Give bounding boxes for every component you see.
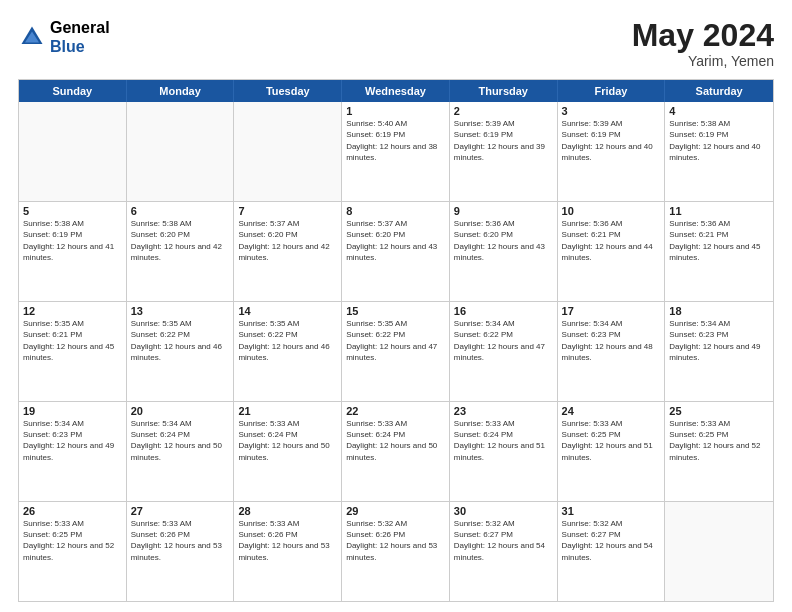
- day-number: 30: [454, 505, 553, 517]
- day-cell-22: 22Sunrise: 5:33 AM Sunset: 6:24 PM Dayli…: [342, 402, 450, 501]
- day-info: Sunrise: 5:38 AM Sunset: 6:19 PM Dayligh…: [669, 118, 769, 163]
- day-info: Sunrise: 5:35 AM Sunset: 6:22 PM Dayligh…: [238, 318, 337, 363]
- day-cell-11: 11Sunrise: 5:36 AM Sunset: 6:21 PM Dayli…: [665, 202, 773, 301]
- empty-cell: [665, 502, 773, 601]
- day-cell-23: 23Sunrise: 5:33 AM Sunset: 6:24 PM Dayli…: [450, 402, 558, 501]
- day-number: 5: [23, 205, 122, 217]
- day-number: 28: [238, 505, 337, 517]
- day-info: Sunrise: 5:33 AM Sunset: 6:25 PM Dayligh…: [562, 418, 661, 463]
- day-info: Sunrise: 5:36 AM Sunset: 6:21 PM Dayligh…: [669, 218, 769, 263]
- day-cell-29: 29Sunrise: 5:32 AM Sunset: 6:26 PM Dayli…: [342, 502, 450, 601]
- day-cell-18: 18Sunrise: 5:34 AM Sunset: 6:23 PM Dayli…: [665, 302, 773, 401]
- day-info: Sunrise: 5:34 AM Sunset: 6:23 PM Dayligh…: [562, 318, 661, 363]
- day-info: Sunrise: 5:36 AM Sunset: 6:20 PM Dayligh…: [454, 218, 553, 263]
- week-row-2: 5Sunrise: 5:38 AM Sunset: 6:19 PM Daylig…: [19, 202, 773, 302]
- week-row-3: 12Sunrise: 5:35 AM Sunset: 6:21 PM Dayli…: [19, 302, 773, 402]
- page: General Blue May 2024 Yarim, Yemen Sunda…: [0, 0, 792, 612]
- empty-cell: [19, 102, 127, 201]
- day-cell-19: 19Sunrise: 5:34 AM Sunset: 6:23 PM Dayli…: [19, 402, 127, 501]
- calendar-body: 1Sunrise: 5:40 AM Sunset: 6:19 PM Daylig…: [19, 102, 773, 601]
- day-cell-26: 26Sunrise: 5:33 AM Sunset: 6:25 PM Dayli…: [19, 502, 127, 601]
- day-cell-2: 2Sunrise: 5:39 AM Sunset: 6:19 PM Daylig…: [450, 102, 558, 201]
- day-info: Sunrise: 5:34 AM Sunset: 6:23 PM Dayligh…: [669, 318, 769, 363]
- day-number: 14: [238, 305, 337, 317]
- day-cell-20: 20Sunrise: 5:34 AM Sunset: 6:24 PM Dayli…: [127, 402, 235, 501]
- day-info: Sunrise: 5:33 AM Sunset: 6:26 PM Dayligh…: [238, 518, 337, 563]
- day-number: 1: [346, 105, 445, 117]
- week-row-5: 26Sunrise: 5:33 AM Sunset: 6:25 PM Dayli…: [19, 502, 773, 601]
- day-number: 8: [346, 205, 445, 217]
- day-number: 23: [454, 405, 553, 417]
- day-cell-6: 6Sunrise: 5:38 AM Sunset: 6:20 PM Daylig…: [127, 202, 235, 301]
- day-info: Sunrise: 5:33 AM Sunset: 6:24 PM Dayligh…: [454, 418, 553, 463]
- day-cell-4: 4Sunrise: 5:38 AM Sunset: 6:19 PM Daylig…: [665, 102, 773, 201]
- day-number: 21: [238, 405, 337, 417]
- day-info: Sunrise: 5:39 AM Sunset: 6:19 PM Dayligh…: [454, 118, 553, 163]
- logo-blue: Blue: [50, 37, 110, 56]
- day-number: 16: [454, 305, 553, 317]
- day-info: Sunrise: 5:40 AM Sunset: 6:19 PM Dayligh…: [346, 118, 445, 163]
- day-cell-8: 8Sunrise: 5:37 AM Sunset: 6:20 PM Daylig…: [342, 202, 450, 301]
- day-number: 22: [346, 405, 445, 417]
- day-info: Sunrise: 5:36 AM Sunset: 6:21 PM Dayligh…: [562, 218, 661, 263]
- day-info: Sunrise: 5:35 AM Sunset: 6:21 PM Dayligh…: [23, 318, 122, 363]
- logo: General Blue: [18, 18, 110, 56]
- day-number: 17: [562, 305, 661, 317]
- week-row-1: 1Sunrise: 5:40 AM Sunset: 6:19 PM Daylig…: [19, 102, 773, 202]
- day-info: Sunrise: 5:33 AM Sunset: 6:24 PM Dayligh…: [346, 418, 445, 463]
- logo-icon: [18, 23, 46, 51]
- day-info: Sunrise: 5:38 AM Sunset: 6:20 PM Dayligh…: [131, 218, 230, 263]
- day-info: Sunrise: 5:32 AM Sunset: 6:27 PM Dayligh…: [562, 518, 661, 563]
- day-cell-25: 25Sunrise: 5:33 AM Sunset: 6:25 PM Dayli…: [665, 402, 773, 501]
- day-info: Sunrise: 5:33 AM Sunset: 6:26 PM Dayligh…: [131, 518, 230, 563]
- weekday-header-thursday: Thursday: [450, 80, 558, 102]
- day-cell-3: 3Sunrise: 5:39 AM Sunset: 6:19 PM Daylig…: [558, 102, 666, 201]
- day-number: 25: [669, 405, 769, 417]
- day-cell-28: 28Sunrise: 5:33 AM Sunset: 6:26 PM Dayli…: [234, 502, 342, 601]
- day-cell-17: 17Sunrise: 5:34 AM Sunset: 6:23 PM Dayli…: [558, 302, 666, 401]
- empty-cell: [127, 102, 235, 201]
- weekday-header-monday: Monday: [127, 80, 235, 102]
- day-cell-24: 24Sunrise: 5:33 AM Sunset: 6:25 PM Dayli…: [558, 402, 666, 501]
- day-info: Sunrise: 5:37 AM Sunset: 6:20 PM Dayligh…: [346, 218, 445, 263]
- day-number: 12: [23, 305, 122, 317]
- day-number: 24: [562, 405, 661, 417]
- day-cell-31: 31Sunrise: 5:32 AM Sunset: 6:27 PM Dayli…: [558, 502, 666, 601]
- day-cell-12: 12Sunrise: 5:35 AM Sunset: 6:21 PM Dayli…: [19, 302, 127, 401]
- day-cell-7: 7Sunrise: 5:37 AM Sunset: 6:20 PM Daylig…: [234, 202, 342, 301]
- day-info: Sunrise: 5:32 AM Sunset: 6:26 PM Dayligh…: [346, 518, 445, 563]
- day-cell-14: 14Sunrise: 5:35 AM Sunset: 6:22 PM Dayli…: [234, 302, 342, 401]
- day-number: 2: [454, 105, 553, 117]
- day-cell-30: 30Sunrise: 5:32 AM Sunset: 6:27 PM Dayli…: [450, 502, 558, 601]
- day-info: Sunrise: 5:34 AM Sunset: 6:24 PM Dayligh…: [131, 418, 230, 463]
- day-cell-21: 21Sunrise: 5:33 AM Sunset: 6:24 PM Dayli…: [234, 402, 342, 501]
- day-cell-27: 27Sunrise: 5:33 AM Sunset: 6:26 PM Dayli…: [127, 502, 235, 601]
- day-number: 20: [131, 405, 230, 417]
- day-cell-9: 9Sunrise: 5:36 AM Sunset: 6:20 PM Daylig…: [450, 202, 558, 301]
- day-cell-16: 16Sunrise: 5:34 AM Sunset: 6:22 PM Dayli…: [450, 302, 558, 401]
- day-info: Sunrise: 5:33 AM Sunset: 6:25 PM Dayligh…: [669, 418, 769, 463]
- location: Yarim, Yemen: [632, 53, 774, 69]
- day-info: Sunrise: 5:37 AM Sunset: 6:20 PM Dayligh…: [238, 218, 337, 263]
- day-number: 9: [454, 205, 553, 217]
- day-number: 19: [23, 405, 122, 417]
- day-cell-1: 1Sunrise: 5:40 AM Sunset: 6:19 PM Daylig…: [342, 102, 450, 201]
- weekday-header-tuesday: Tuesday: [234, 80, 342, 102]
- day-cell-5: 5Sunrise: 5:38 AM Sunset: 6:19 PM Daylig…: [19, 202, 127, 301]
- day-cell-15: 15Sunrise: 5:35 AM Sunset: 6:22 PM Dayli…: [342, 302, 450, 401]
- logo-text: General Blue: [50, 18, 110, 56]
- weekday-header-friday: Friday: [558, 80, 666, 102]
- header: General Blue May 2024 Yarim, Yemen: [18, 18, 774, 69]
- calendar: SundayMondayTuesdayWednesdayThursdayFrid…: [18, 79, 774, 602]
- title-area: May 2024 Yarim, Yemen: [632, 18, 774, 69]
- day-number: 29: [346, 505, 445, 517]
- week-row-4: 19Sunrise: 5:34 AM Sunset: 6:23 PM Dayli…: [19, 402, 773, 502]
- day-number: 31: [562, 505, 661, 517]
- day-number: 10: [562, 205, 661, 217]
- day-number: 7: [238, 205, 337, 217]
- day-info: Sunrise: 5:35 AM Sunset: 6:22 PM Dayligh…: [131, 318, 230, 363]
- month-year: May 2024: [632, 18, 774, 53]
- day-info: Sunrise: 5:32 AM Sunset: 6:27 PM Dayligh…: [454, 518, 553, 563]
- weekday-header-saturday: Saturday: [665, 80, 773, 102]
- day-cell-13: 13Sunrise: 5:35 AM Sunset: 6:22 PM Dayli…: [127, 302, 235, 401]
